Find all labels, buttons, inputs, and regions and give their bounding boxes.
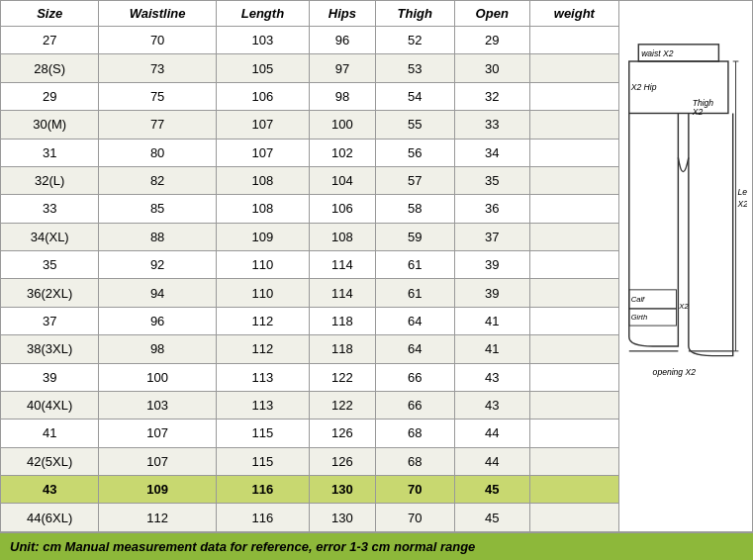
- cell-size: 34(XL): [1, 223, 99, 250]
- cell-thigh: 55: [375, 111, 454, 139]
- cell-length: 110: [216, 251, 309, 279]
- cell-waistline: 107: [99, 447, 216, 475]
- cell-hips: 118: [309, 335, 375, 363]
- cell-open: 34: [454, 139, 529, 166]
- size-table: Size Waistline Length Hips Thigh Open we…: [0, 0, 619, 532]
- cell-length: 112: [216, 307, 309, 334]
- cell-open: 44: [454, 447, 529, 475]
- cell-size: 42(5XL): [1, 447, 99, 475]
- cell-size: 39: [1, 363, 99, 391]
- cell-size: 35: [1, 251, 99, 279]
- cell-hips: 130: [309, 476, 375, 504]
- cell-waistline: 98: [99, 335, 216, 363]
- cell-hips: 97: [309, 54, 375, 82]
- cell-thigh: 53: [375, 54, 454, 82]
- table-row: 42(5XL)1071151266844: [1, 447, 619, 475]
- cell-size: 33: [1, 195, 99, 223]
- cell-size: 38(3XL): [1, 335, 99, 363]
- cell-length: 115: [216, 447, 309, 475]
- cell-open: 43: [454, 363, 529, 391]
- cell-thigh: 68: [375, 420, 454, 447]
- cell-open: 39: [454, 279, 529, 307]
- cell-open: 32: [454, 82, 529, 110]
- svg-text:waist X2: waist X2: [641, 48, 674, 58]
- cell-weight: [529, 82, 618, 110]
- cell-length: 105: [216, 54, 309, 82]
- cell-size: 37: [1, 307, 99, 334]
- table-row: 31801071025634: [1, 139, 619, 166]
- cell-length: 116: [216, 504, 309, 532]
- cell-weight: [529, 363, 618, 391]
- header-row: Size Waistline Length Hips Thigh Open we…: [1, 1, 619, 27]
- cell-thigh: 68: [375, 447, 454, 475]
- cell-thigh: 64: [375, 335, 454, 363]
- cell-open: 44: [454, 420, 529, 447]
- cell-thigh: 52: [375, 27, 454, 54]
- cell-open: 30: [454, 54, 529, 82]
- cell-hips: 106: [309, 195, 375, 223]
- cell-length: 103: [216, 27, 309, 54]
- cell-hips: 96: [309, 27, 375, 54]
- svg-text:Girth: Girth: [631, 313, 648, 322]
- svg-text:Length: Length: [737, 187, 747, 197]
- cell-thigh: 54: [375, 82, 454, 110]
- table-row: 28(S)73105975330: [1, 54, 619, 82]
- cell-weight: [529, 166, 618, 194]
- cell-length: 107: [216, 111, 309, 139]
- cell-hips: 126: [309, 447, 375, 475]
- cell-weight: [529, 447, 618, 475]
- cell-thigh: 61: [375, 279, 454, 307]
- cell-weight: [529, 504, 618, 532]
- cell-open: 39: [454, 251, 529, 279]
- cell-length: 108: [216, 166, 309, 194]
- cell-hips: 104: [309, 166, 375, 194]
- cell-weight: [529, 335, 618, 363]
- cell-length: 115: [216, 420, 309, 447]
- col-header-waistline: Waistline: [99, 1, 216, 27]
- cell-weight: [529, 420, 618, 447]
- cell-hips: 122: [309, 363, 375, 391]
- cell-size: 36(2XL): [1, 279, 99, 307]
- cell-hips: 114: [309, 279, 375, 307]
- table-row: 391001131226643: [1, 363, 619, 391]
- table-row: 2770103965229: [1, 27, 619, 54]
- cell-waistline: 73: [99, 54, 216, 82]
- table-row: 35921101146139: [1, 251, 619, 279]
- cell-hips: 100: [309, 111, 375, 139]
- cell-waistline: 82: [99, 166, 216, 194]
- cell-open: 29: [454, 27, 529, 54]
- cell-waistline: 109: [99, 476, 216, 504]
- table-row: 431091161307045: [1, 476, 619, 504]
- cell-hips: 108: [309, 223, 375, 250]
- cell-size: 31: [1, 139, 99, 166]
- cell-waistline: 92: [99, 251, 216, 279]
- cell-waistline: 80: [99, 139, 216, 166]
- svg-text:Thigh: Thigh: [693, 98, 714, 108]
- cell-thigh: 58: [375, 195, 454, 223]
- table-row: 30(M)771071005533: [1, 111, 619, 139]
- cell-length: 107: [216, 139, 309, 166]
- cell-waistline: 112: [99, 504, 216, 532]
- cell-length: 110: [216, 279, 309, 307]
- svg-text:X2: X2: [678, 302, 689, 311]
- cell-open: 37: [454, 223, 529, 250]
- cell-weight: [529, 391, 618, 419]
- cell-hips: 102: [309, 139, 375, 166]
- cell-size: 44(6XL): [1, 504, 99, 532]
- cell-open: 35: [454, 166, 529, 194]
- col-header-hips: Hips: [309, 1, 375, 27]
- cell-hips: 130: [309, 504, 375, 532]
- cell-length: 113: [216, 363, 309, 391]
- table-row: 34(XL)881091085937: [1, 223, 619, 250]
- cell-waistline: 70: [99, 27, 216, 54]
- cell-length: 112: [216, 335, 309, 363]
- cell-open: 41: [454, 335, 529, 363]
- table-row: 33851081065836: [1, 195, 619, 223]
- cell-weight: [529, 251, 618, 279]
- table-row: 44(6XL)1121161307045: [1, 504, 619, 532]
- svg-text:X2: X2: [692, 107, 704, 117]
- page-container: Size Waistline Length Hips Thigh Open we…: [0, 0, 753, 560]
- cell-thigh: 70: [375, 504, 454, 532]
- pants-diagram: waist X2 X2 Hip Thigh X2: [624, 24, 747, 509]
- cell-weight: [529, 139, 618, 166]
